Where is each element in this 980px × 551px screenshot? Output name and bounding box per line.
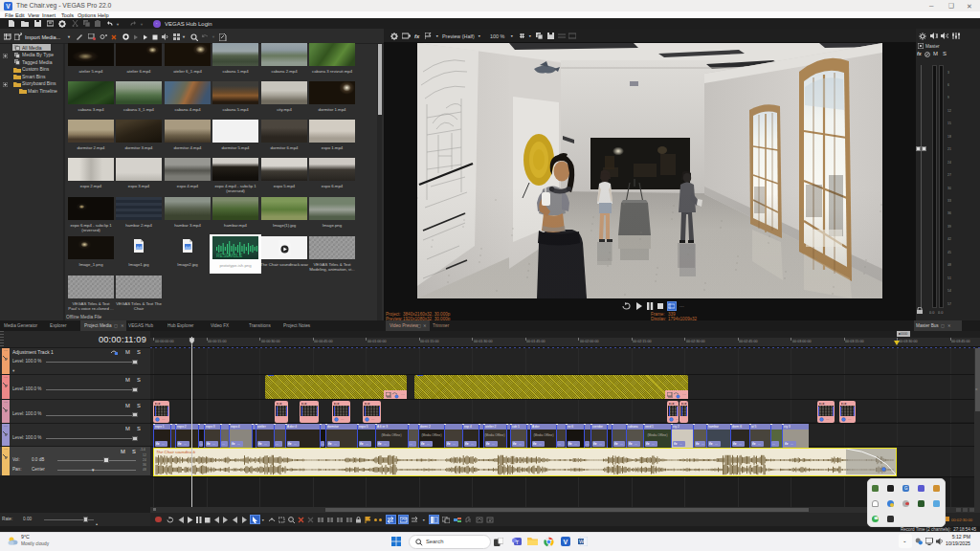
svg-text:T: T	[516, 540, 520, 545]
svg-text:RESEMBLE: RESEMBLE	[216, 253, 243, 258]
svg-text:W: W	[579, 539, 585, 544]
